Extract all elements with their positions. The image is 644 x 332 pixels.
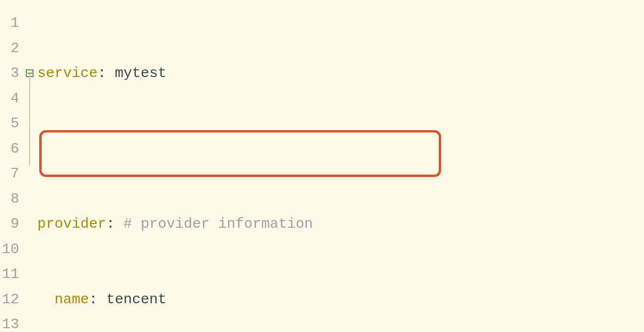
code-content[interactable]: service: mytest provider: # provider inf… [37, 0, 644, 332]
line-number: 1 [0, 11, 19, 36]
yaml-key: name [55, 287, 89, 312]
yaml-key: service [37, 61, 98, 86]
line-number: 12 [0, 287, 19, 312]
line-number-gutter: 1 2 3 4 5 6 7 8 9 10 11 12 13 [0, 0, 22, 332]
code-editor[interactable]: 1 2 3 4 5 6 7 8 9 10 11 12 13 service: m… [0, 0, 644, 332]
line-number: 10 [0, 237, 19, 262]
line-number: 8 [0, 187, 19, 212]
comment: # provider information [123, 211, 313, 237]
line-number: 9 [0, 211, 19, 237]
line-number: 2 [0, 36, 19, 61]
code-line[interactable] [37, 136, 644, 162]
line-number: 11 [0, 262, 19, 287]
colon: : [89, 287, 106, 312]
colon: : [98, 61, 115, 86]
yaml-value: tencent [106, 287, 167, 312]
colon: : [106, 211, 123, 237]
line-number: 5 [0, 111, 19, 136]
code-line[interactable]: provider: # provider information [37, 211, 644, 237]
yaml-value: mytest [115, 61, 167, 86]
line-number: 13 [0, 312, 19, 332]
indent [37, 287, 55, 312]
line-number: 3 [0, 61, 19, 86]
line-number: 4 [0, 86, 19, 111]
line-number: 6 [0, 136, 19, 162]
yaml-key: provider [37, 211, 106, 237]
line-number: 7 [0, 161, 19, 187]
code-line[interactable]: name: tencent [37, 287, 644, 312]
code-line[interactable]: service: mytest [37, 61, 644, 86]
fold-gutter [22, 0, 37, 332]
